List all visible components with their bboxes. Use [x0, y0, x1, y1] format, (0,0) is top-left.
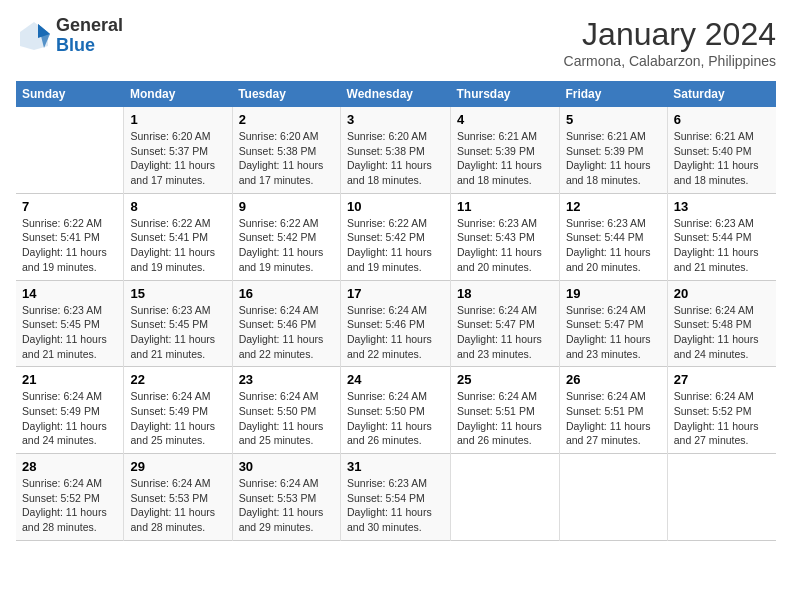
- day-info: Sunrise: 6:24 AM Sunset: 5:52 PM Dayligh…: [674, 389, 770, 448]
- day-info: Sunrise: 6:23 AM Sunset: 5:45 PM Dayligh…: [130, 303, 225, 362]
- calendar-week-row: 1Sunrise: 6:20 AM Sunset: 5:37 PM Daylig…: [16, 107, 776, 193]
- day-number: 26: [566, 372, 661, 387]
- day-info: Sunrise: 6:24 AM Sunset: 5:53 PM Dayligh…: [130, 476, 225, 535]
- calendar-cell: 20Sunrise: 6:24 AM Sunset: 5:48 PM Dayli…: [667, 280, 776, 367]
- day-info: Sunrise: 6:24 AM Sunset: 5:49 PM Dayligh…: [130, 389, 225, 448]
- day-info: Sunrise: 6:24 AM Sunset: 5:48 PM Dayligh…: [674, 303, 770, 362]
- calendar-cell: 6Sunrise: 6:21 AM Sunset: 5:40 PM Daylig…: [667, 107, 776, 193]
- calendar-week-row: 28Sunrise: 6:24 AM Sunset: 5:52 PM Dayli…: [16, 454, 776, 541]
- calendar-cell: 23Sunrise: 6:24 AM Sunset: 5:50 PM Dayli…: [232, 367, 340, 454]
- day-info: Sunrise: 6:20 AM Sunset: 5:37 PM Dayligh…: [130, 129, 225, 188]
- calendar-cell: [451, 454, 560, 541]
- day-info: Sunrise: 6:24 AM Sunset: 5:52 PM Dayligh…: [22, 476, 117, 535]
- day-info: Sunrise: 6:23 AM Sunset: 5:43 PM Dayligh…: [457, 216, 553, 275]
- calendar-cell: 17Sunrise: 6:24 AM Sunset: 5:46 PM Dayli…: [341, 280, 451, 367]
- day-number: 12: [566, 199, 661, 214]
- day-info: Sunrise: 6:22 AM Sunset: 5:41 PM Dayligh…: [130, 216, 225, 275]
- day-number: 20: [674, 286, 770, 301]
- day-info: Sunrise: 6:24 AM Sunset: 5:51 PM Dayligh…: [566, 389, 661, 448]
- day-number: 27: [674, 372, 770, 387]
- day-info: Sunrise: 6:21 AM Sunset: 5:40 PM Dayligh…: [674, 129, 770, 188]
- day-number: 10: [347, 199, 444, 214]
- calendar-cell: 12Sunrise: 6:23 AM Sunset: 5:44 PM Dayli…: [559, 193, 667, 280]
- logo-text: General Blue: [56, 16, 123, 56]
- calendar-cell: 13Sunrise: 6:23 AM Sunset: 5:44 PM Dayli…: [667, 193, 776, 280]
- day-number: 30: [239, 459, 334, 474]
- day-number: 24: [347, 372, 444, 387]
- day-number: 25: [457, 372, 553, 387]
- calendar-cell: 27Sunrise: 6:24 AM Sunset: 5:52 PM Dayli…: [667, 367, 776, 454]
- calendar-header-cell: Saturday: [667, 81, 776, 107]
- calendar-cell: 1Sunrise: 6:20 AM Sunset: 5:37 PM Daylig…: [124, 107, 232, 193]
- calendar-cell: 21Sunrise: 6:24 AM Sunset: 5:49 PM Dayli…: [16, 367, 124, 454]
- day-info: Sunrise: 6:24 AM Sunset: 5:50 PM Dayligh…: [239, 389, 334, 448]
- calendar-header-row: SundayMondayTuesdayWednesdayThursdayFrid…: [16, 81, 776, 107]
- day-number: 19: [566, 286, 661, 301]
- day-info: Sunrise: 6:24 AM Sunset: 5:49 PM Dayligh…: [22, 389, 117, 448]
- day-number: 17: [347, 286, 444, 301]
- page-title: January 2024: [564, 16, 776, 53]
- day-number: 1: [130, 112, 225, 127]
- day-number: 7: [22, 199, 117, 214]
- calendar-cell: 30Sunrise: 6:24 AM Sunset: 5:53 PM Dayli…: [232, 454, 340, 541]
- day-info: Sunrise: 6:23 AM Sunset: 5:54 PM Dayligh…: [347, 476, 444, 535]
- calendar-cell: [667, 454, 776, 541]
- day-number: 22: [130, 372, 225, 387]
- day-info: Sunrise: 6:24 AM Sunset: 5:47 PM Dayligh…: [457, 303, 553, 362]
- title-block: January 2024 Carmona, Calabarzon, Philip…: [564, 16, 776, 69]
- day-number: 31: [347, 459, 444, 474]
- calendar-cell: [16, 107, 124, 193]
- calendar-cell: 19Sunrise: 6:24 AM Sunset: 5:47 PM Dayli…: [559, 280, 667, 367]
- calendar-cell: 25Sunrise: 6:24 AM Sunset: 5:51 PM Dayli…: [451, 367, 560, 454]
- day-number: 9: [239, 199, 334, 214]
- calendar-cell: 9Sunrise: 6:22 AM Sunset: 5:42 PM Daylig…: [232, 193, 340, 280]
- calendar-cell: 5Sunrise: 6:21 AM Sunset: 5:39 PM Daylig…: [559, 107, 667, 193]
- calendar-header-cell: Monday: [124, 81, 232, 107]
- calendar-cell: 10Sunrise: 6:22 AM Sunset: 5:42 PM Dayli…: [341, 193, 451, 280]
- calendar-cell: 15Sunrise: 6:23 AM Sunset: 5:45 PM Dayli…: [124, 280, 232, 367]
- calendar-body: 1Sunrise: 6:20 AM Sunset: 5:37 PM Daylig…: [16, 107, 776, 540]
- day-info: Sunrise: 6:24 AM Sunset: 5:51 PM Dayligh…: [457, 389, 553, 448]
- calendar-cell: 26Sunrise: 6:24 AM Sunset: 5:51 PM Dayli…: [559, 367, 667, 454]
- calendar-cell: 31Sunrise: 6:23 AM Sunset: 5:54 PM Dayli…: [341, 454, 451, 541]
- logo-icon: [16, 18, 52, 54]
- day-number: 29: [130, 459, 225, 474]
- calendar-header-cell: Sunday: [16, 81, 124, 107]
- day-number: 18: [457, 286, 553, 301]
- day-number: 6: [674, 112, 770, 127]
- day-info: Sunrise: 6:22 AM Sunset: 5:42 PM Dayligh…: [239, 216, 334, 275]
- calendar-cell: 24Sunrise: 6:24 AM Sunset: 5:50 PM Dayli…: [341, 367, 451, 454]
- day-number: 11: [457, 199, 553, 214]
- calendar-header-cell: Wednesday: [341, 81, 451, 107]
- day-info: Sunrise: 6:23 AM Sunset: 5:44 PM Dayligh…: [566, 216, 661, 275]
- calendar-cell: 2Sunrise: 6:20 AM Sunset: 5:38 PM Daylig…: [232, 107, 340, 193]
- calendar-cell: 11Sunrise: 6:23 AM Sunset: 5:43 PM Dayli…: [451, 193, 560, 280]
- day-number: 2: [239, 112, 334, 127]
- calendar-week-row: 21Sunrise: 6:24 AM Sunset: 5:49 PM Dayli…: [16, 367, 776, 454]
- calendar-header-cell: Tuesday: [232, 81, 340, 107]
- calendar-cell: 8Sunrise: 6:22 AM Sunset: 5:41 PM Daylig…: [124, 193, 232, 280]
- calendar-cell: [559, 454, 667, 541]
- day-info: Sunrise: 6:24 AM Sunset: 5:53 PM Dayligh…: [239, 476, 334, 535]
- day-number: 28: [22, 459, 117, 474]
- day-number: 13: [674, 199, 770, 214]
- day-info: Sunrise: 6:22 AM Sunset: 5:41 PM Dayligh…: [22, 216, 117, 275]
- page-header: General Blue January 2024 Carmona, Calab…: [16, 16, 776, 69]
- day-info: Sunrise: 6:24 AM Sunset: 5:46 PM Dayligh…: [347, 303, 444, 362]
- calendar-cell: 29Sunrise: 6:24 AM Sunset: 5:53 PM Dayli…: [124, 454, 232, 541]
- day-number: 15: [130, 286, 225, 301]
- day-number: 16: [239, 286, 334, 301]
- calendar-table: SundayMondayTuesdayWednesdayThursdayFrid…: [16, 81, 776, 541]
- day-number: 3: [347, 112, 444, 127]
- day-info: Sunrise: 6:23 AM Sunset: 5:44 PM Dayligh…: [674, 216, 770, 275]
- calendar-cell: 4Sunrise: 6:21 AM Sunset: 5:39 PM Daylig…: [451, 107, 560, 193]
- day-number: 21: [22, 372, 117, 387]
- day-info: Sunrise: 6:23 AM Sunset: 5:45 PM Dayligh…: [22, 303, 117, 362]
- day-info: Sunrise: 6:21 AM Sunset: 5:39 PM Dayligh…: [566, 129, 661, 188]
- calendar-week-row: 14Sunrise: 6:23 AM Sunset: 5:45 PM Dayli…: [16, 280, 776, 367]
- day-info: Sunrise: 6:21 AM Sunset: 5:39 PM Dayligh…: [457, 129, 553, 188]
- day-info: Sunrise: 6:24 AM Sunset: 5:47 PM Dayligh…: [566, 303, 661, 362]
- day-number: 8: [130, 199, 225, 214]
- calendar-header-cell: Friday: [559, 81, 667, 107]
- day-info: Sunrise: 6:20 AM Sunset: 5:38 PM Dayligh…: [347, 129, 444, 188]
